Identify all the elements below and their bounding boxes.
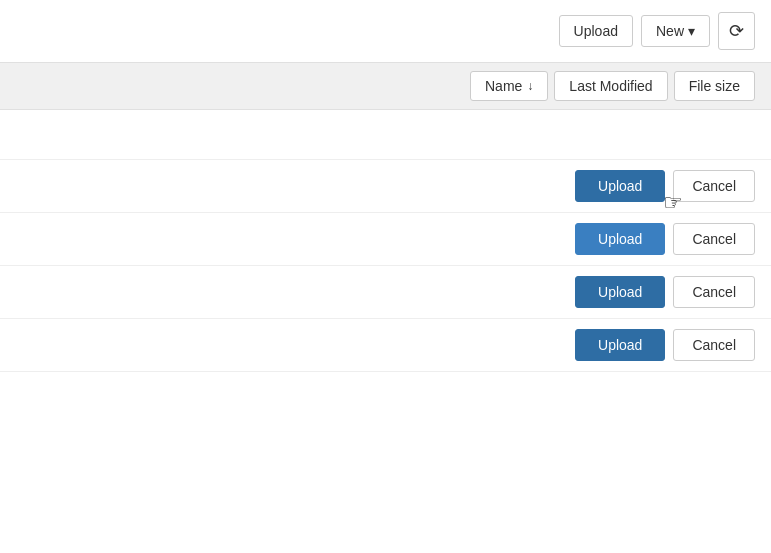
row-cancel-button-4[interactable]: Cancel	[673, 329, 755, 361]
row-actions: Upload Cancel	[575, 223, 755, 255]
upload-button[interactable]: Upload	[559, 15, 633, 47]
upload-button-wrapper: Upload ☞	[575, 170, 665, 202]
row-actions: Upload Cancel	[575, 329, 755, 361]
row-upload-button-3[interactable]: Upload	[575, 276, 665, 308]
empty-row	[0, 110, 771, 160]
row-upload-button-2[interactable]: Upload	[575, 223, 665, 255]
row-actions: Upload Cancel	[575, 276, 755, 308]
col-name-sort-icon: ↓	[527, 79, 533, 93]
col-last-modified-label: Last Modified	[569, 78, 652, 94]
table-row: Upload ☞ Cancel	[0, 160, 771, 213]
row-cancel-button-2[interactable]: Cancel	[673, 223, 755, 255]
row-actions: Upload ☞ Cancel	[575, 170, 755, 202]
col-file-size-label: File size	[689, 78, 740, 94]
refresh-icon: ⟳	[729, 20, 744, 42]
new-button-label: New	[656, 23, 684, 39]
col-header-file-size[interactable]: File size	[674, 71, 755, 101]
row-upload-button-1[interactable]: Upload	[575, 170, 665, 202]
refresh-button[interactable]: ⟳	[718, 12, 755, 50]
col-header-last-modified[interactable]: Last Modified	[554, 71, 667, 101]
col-header-name[interactable]: Name ↓	[470, 71, 548, 101]
new-dropdown-arrow: ▾	[688, 23, 695, 39]
new-button[interactable]: New ▾	[641, 15, 710, 47]
table-row: Upload Cancel	[0, 213, 771, 266]
file-table: Upload ☞ Cancel Upload Cancel Upload Can…	[0, 160, 771, 372]
col-name-label: Name	[485, 78, 522, 94]
column-header-row: Name ↓ Last Modified File size	[0, 63, 771, 110]
row-upload-button-4[interactable]: Upload	[575, 329, 665, 361]
table-row: Upload Cancel	[0, 319, 771, 372]
table-row: Upload Cancel	[0, 266, 771, 319]
row-cancel-button-1[interactable]: Cancel	[673, 170, 755, 202]
row-cancel-button-3[interactable]: Cancel	[673, 276, 755, 308]
top-toolbar: Upload New ▾ ⟳	[0, 0, 771, 63]
